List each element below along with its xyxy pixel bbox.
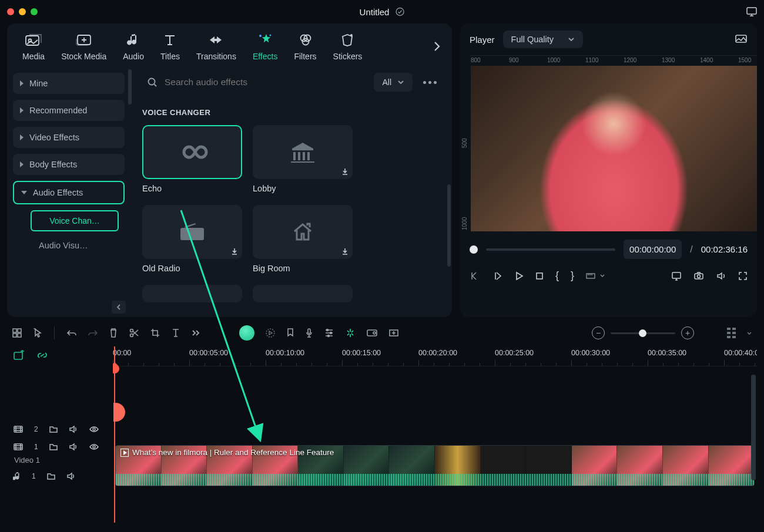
mute-track-icon[interactable] (66, 472, 76, 480)
mute-track-icon[interactable] (69, 425, 78, 433)
track-header-audio[interactable]: 1 (7, 467, 113, 486)
sidebar-subitem-audio-visualizer[interactable]: Audio Visu… (36, 237, 125, 254)
effect-lane[interactable] (113, 370, 757, 426)
chevron-down-icon (568, 37, 575, 42)
video-clip[interactable]: What’s new in filmora | Ruler and Refere… (115, 445, 755, 486)
link-tracks-icon[interactable] (36, 350, 48, 361)
more-options-icon[interactable] (420, 78, 440, 87)
sidebar-item-body-effects[interactable]: Body Effects (13, 154, 125, 175)
tracks-area[interactable]: 00:0000:00:05:0000:00:10:0000:00:15:0000… (113, 346, 757, 523)
svg-point-26 (327, 329, 329, 331)
marker-icon[interactable] (286, 328, 294, 338)
tab-stickers[interactable]: Stickers (333, 32, 363, 61)
content-scrollbar[interactable] (447, 184, 451, 267)
sidebar-item-video-effects[interactable]: Video Effects (13, 127, 125, 148)
sidebar-item-mine[interactable]: Mine (13, 73, 125, 94)
volume-icon[interactable] (716, 271, 726, 281)
seek-bar[interactable] (486, 248, 615, 251)
keyframe-icon[interactable] (388, 329, 399, 337)
svg-rect-25 (308, 329, 310, 334)
sidebar-collapse-icon[interactable] (112, 301, 126, 314)
effect-thumb-echo[interactable] (142, 125, 242, 179)
delete-icon[interactable] (109, 328, 118, 338)
preview-viewport[interactable] (471, 66, 757, 231)
render-icon[interactable] (265, 328, 276, 338)
prev-frame-icon[interactable] (470, 271, 480, 281)
playhead[interactable] (114, 346, 115, 523)
effect-thumb-more[interactable] (253, 285, 353, 302)
tab-filters[interactable]: Filters (294, 32, 316, 61)
effect-thumb-more[interactable] (142, 285, 242, 302)
mute-track-icon[interactable] (69, 443, 78, 451)
voiceover-icon[interactable] (305, 328, 313, 338)
download-icon[interactable] (341, 167, 349, 176)
play-icon[interactable] (514, 271, 524, 281)
tab-transitions[interactable]: Transitions (196, 32, 236, 61)
total-duration: 00:02:36:16 (701, 244, 748, 254)
minimize-window-icon[interactable] (19, 8, 26, 15)
tab-media[interactable]: Media (22, 32, 45, 61)
zoom-slider[interactable] (611, 332, 675, 334)
download-icon[interactable] (230, 247, 239, 255)
ai-assistant-icon[interactable] (239, 325, 254, 341)
tabs-scroll-right-icon[interactable] (433, 41, 440, 52)
svg-rect-20 (13, 334, 16, 337)
download-icon[interactable] (341, 247, 349, 255)
effect-thumb-big-room[interactable] (253, 205, 353, 259)
sidebar-item-audio-effects[interactable]: Audio Effects (13, 181, 125, 204)
close-window-icon[interactable] (7, 8, 14, 15)
visibility-icon[interactable] (89, 426, 99, 433)
effect-thumb-old-radio[interactable] (142, 205, 242, 259)
speed-icon[interactable] (366, 328, 378, 338)
effect-card-old-radio: Old Radio (142, 205, 242, 273)
library-tabs: Media Stock Media Audio Titles Transitio… (7, 23, 452, 67)
track-view-icon[interactable] (727, 328, 736, 338)
search-input[interactable] (165, 77, 362, 87)
tab-effects[interactable]: Effects (253, 32, 278, 61)
mark-out-icon[interactable]: } (571, 270, 574, 282)
audio-mixer-icon[interactable] (324, 328, 334, 338)
track-header-fx[interactable]: 2 (7, 420, 113, 438)
track-header-video1[interactable]: 1 (7, 438, 113, 456)
text-tool-icon[interactable] (171, 328, 180, 338)
timeline-scrollbar[interactable] (751, 375, 756, 480)
display-out-icon[interactable] (671, 271, 682, 281)
mark-in-icon[interactable]: { (555, 270, 559, 282)
quality-select[interactable]: Full Quality (503, 31, 584, 48)
maximize-window-icon[interactable] (31, 8, 38, 15)
svg-point-27 (330, 332, 332, 334)
zoom-in-icon[interactable]: + (681, 326, 694, 339)
add-media-track-icon[interactable] (13, 350, 25, 361)
filter-select[interactable]: All (374, 73, 413, 92)
display-settings-icon[interactable] (746, 7, 757, 16)
redo-icon[interactable] (88, 329, 98, 337)
auto-beat-icon[interactable] (345, 328, 356, 338)
time-separator: / (690, 244, 692, 255)
ruler-toggle-icon[interactable] (586, 272, 605, 280)
visibility-icon[interactable] (89, 443, 99, 450)
tab-audio[interactable]: Audio (123, 32, 144, 61)
stop-icon[interactable] (535, 272, 544, 280)
zoom-out-icon[interactable]: − (592, 326, 605, 339)
crop-icon[interactable] (150, 328, 160, 338)
undo-icon[interactable] (66, 329, 77, 337)
tab-titles[interactable]: Titles (160, 32, 180, 61)
add-track-icon[interactable] (12, 328, 22, 338)
effect-thumb-lobby[interactable] (253, 125, 353, 179)
sidebar-item-recommended[interactable]: Recommended (13, 100, 125, 121)
snapshot-icon[interactable] (735, 34, 748, 45)
sidebar-subitem-voice-changer[interactable]: Voice Chan… (31, 210, 119, 231)
effect-card-big-room: Big Room (253, 205, 353, 273)
svg-rect-33 (14, 426, 22, 432)
select-tool-icon[interactable] (33, 328, 42, 338)
tab-stock-media[interactable]: Stock Media (61, 32, 106, 61)
seek-playhead[interactable] (470, 245, 478, 254)
split-icon[interactable] (129, 328, 139, 338)
camera-icon[interactable] (693, 272, 704, 280)
track-view-menu-icon[interactable] (746, 331, 752, 335)
more-tools-icon[interactable] (191, 329, 200, 336)
timeline-ruler[interactable]: 00:0000:00:05:0000:00:10:0000:00:15:0000… (113, 346, 757, 366)
step-back-icon[interactable] (492, 271, 502, 281)
fullscreen-icon[interactable] (738, 271, 748, 281)
video-lane-1[interactable]: What’s new in filmora | Ruler and Refere… (113, 445, 757, 486)
